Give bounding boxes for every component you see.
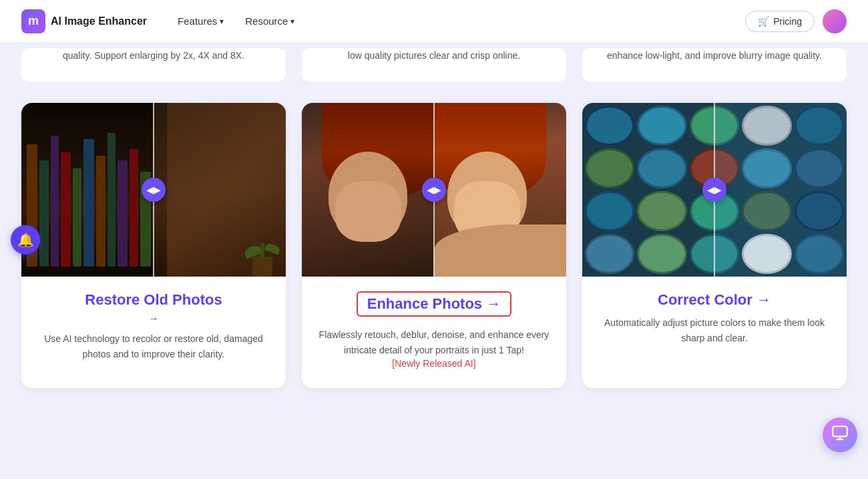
split-handle-restore[interactable]: ◀▶ <box>142 178 166 202</box>
logo-icon: m <box>21 9 45 33</box>
split-handle-enhance[interactable]: ◀▶ <box>422 178 446 202</box>
navbar: m AI Image Enhancer Features ▾ Resource … <box>0 0 868 43</box>
split-handle-color[interactable]: ◀▶ <box>702 178 726 202</box>
svg-rect-0 <box>833 426 847 436</box>
main-content: quality. Support enlarging by 2x, 4X and… <box>0 0 868 388</box>
app-title: AI Image Enhancer <box>51 15 147 27</box>
card-restore-title[interactable]: Restore Old Photos <box>37 291 270 309</box>
card-color-desc: Automatically adjust picture colors to m… <box>598 315 831 345</box>
top-cards-row: quality. Support enlarging by 2x, 4X and… <box>21 43 847 82</box>
card-restore-image: ◀▶ <box>21 103 286 277</box>
card-restore: ◀▶ Restore Old Photos → Use AI technolog… <box>21 103 286 388</box>
card-restore-arrow[interactable]: → <box>37 313 270 325</box>
card-color-title[interactable]: Correct Color → <box>598 291 831 309</box>
card-restore-body: Restore Old Photos → Use AI technology t… <box>21 277 286 380</box>
chevron-down-icon: ▾ <box>290 17 294 26</box>
top-card-text-2: low quality pictures clear and crisp onl… <box>318 48 550 63</box>
logo[interactable]: m AI Image Enhancer <box>21 9 147 33</box>
notification-float-button[interactable]: 🔔 <box>11 225 40 255</box>
top-card-3: enhance low-light, and improve blurry im… <box>582 48 847 82</box>
card-enhance: ◀▶ Enhance Photos → Flawlessly retouch, … <box>302 103 566 388</box>
top-card-text-3: enhance low-light, and improve blurry im… <box>598 48 831 63</box>
pricing-button[interactable]: 🛒 Pricing <box>745 11 815 32</box>
chevron-down-icon: ▾ <box>220 17 224 26</box>
card-color: ◀▶ Correct Color → Automatically adjust … <box>582 103 847 388</box>
nav-resource[interactable]: Resource ▾ <box>236 10 304 32</box>
avatar[interactable] <box>823 9 847 33</box>
card-enhance-title[interactable]: Enhance Photos → <box>357 291 511 317</box>
card-color-body: Correct Color → Automatically adjust pic… <box>582 277 847 364</box>
chat-float-button[interactable] <box>823 418 857 452</box>
card-color-image: ◀▶ <box>582 103 847 277</box>
card-enhance-body: Enhance Photos → Flawlessly retouch, deb… <box>302 277 566 388</box>
card-restore-desc: Use AI technology to recolor or restore … <box>37 331 270 361</box>
bell-icon: 🔔 <box>17 232 34 248</box>
cart-icon: 🛒 <box>758 16 769 27</box>
card-enhance-image: ◀▶ <box>302 103 566 277</box>
top-card-2: low quality pictures clear and crisp onl… <box>302 48 566 82</box>
nav-right: 🛒 Pricing <box>745 9 847 33</box>
chat-icon <box>831 424 849 446</box>
main-cards-row: ◀▶ Restore Old Photos → Use AI technolog… <box>21 103 847 388</box>
nav-links: Features ▾ Resource ▾ <box>168 10 745 32</box>
top-card-1: quality. Support enlarging by 2x, 4X and… <box>21 48 286 82</box>
top-card-text-1: quality. Support enlarging by 2x, 4X and… <box>37 48 270 63</box>
nav-features[interactable]: Features ▾ <box>168 10 233 32</box>
newly-released-badge: [Newly Released AI] <box>392 358 475 369</box>
card-enhance-desc: Flawlessly retouch, deblur, denoise, and… <box>318 327 550 357</box>
